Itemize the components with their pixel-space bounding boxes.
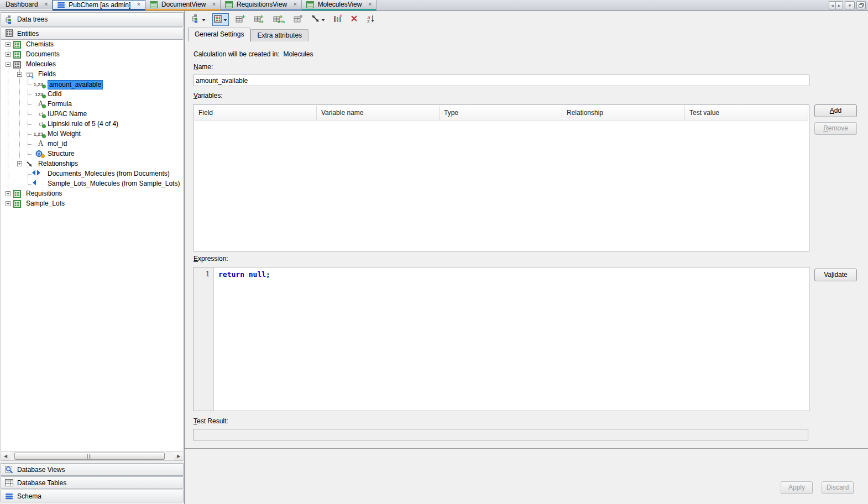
tree-item-label[interactable]: IUPAC Name (48, 109, 87, 119)
schema-editor: ++ct+a+baz General SettingsExtra attribu… (185, 11, 868, 504)
svg-text:ct: ct (259, 19, 263, 23)
tree-item-label[interactable]: Chemists (26, 40, 54, 49)
tree-guide (28, 77, 28, 155)
dropdown-caret-icon (321, 19, 325, 22)
tree-item-cdid[interactable]: 123CdId (1, 90, 183, 99)
tree-item-iupac-name[interactable]: ctIUPAC Name (1, 109, 183, 119)
tree-item-label[interactable]: amount_available (48, 80, 103, 90)
tree-item-documents-molecules-from-documents[interactable]: Documents_Molecules (from Documents) (1, 169, 183, 179)
remove-variable-button[interactable]: Remove (814, 122, 857, 135)
data-trees-panel-header[interactable]: Data trees (1, 12, 184, 27)
tree-item-formula[interactable]: AFormula (1, 99, 183, 109)
tree-item-chemists[interactable]: Chemists (1, 40, 183, 50)
tree-item-amount-available[interactable]: 1,23amount_available (1, 80, 183, 90)
window-tab-moleculesview[interactable]: MoleculesView✕ (302, 0, 377, 11)
tree-item-fields[interactable]: FFields (1, 70, 183, 80)
name-input[interactable] (193, 75, 809, 86)
new-data-tree-icon (4, 15, 14, 24)
column-header-field[interactable]: Field (194, 106, 317, 120)
tab-close-icon[interactable]: ✕ (212, 2, 216, 7)
scroll-tabs-left-button[interactable]: ◂ (829, 1, 836, 9)
tree-expander-collapsed[interactable] (6, 42, 11, 47)
scrollbar-thumb[interactable] (14, 453, 165, 460)
tree-item-label[interactable]: CdId (48, 90, 61, 99)
tab-general-settings[interactable]: General Settings (188, 28, 250, 41)
tree-item-label[interactable]: Sample_Lots_Molecules (from Sample_Lots) (48, 179, 180, 188)
schema-title: Schema (17, 492, 41, 500)
discard-button[interactable]: Discard (822, 481, 854, 494)
expression-editor[interactable]: 1 return null; (193, 267, 809, 411)
schema-panel-header[interactable]: Schema (1, 490, 184, 502)
tree-item-label[interactable]: Mol Weight (48, 129, 81, 139)
new-relationship-button[interactable] (310, 13, 327, 26)
new-grid-view-button[interactable] (212, 13, 229, 26)
column-header-test-value[interactable]: Test value (685, 106, 808, 120)
new-calculated-field-icon: +a+b (273, 14, 285, 23)
tree-item-requisitions[interactable]: Requisitions (1, 189, 183, 199)
name-label: Name: (194, 63, 213, 71)
new-structure-entity-button[interactable]: +ct (252, 13, 266, 27)
new-calculated-field-button[interactable]: +a+b (271, 13, 287, 27)
dropdown-caret-icon (202, 19, 206, 22)
tree-item-label[interactable]: Fields (38, 70, 56, 79)
tree-item-label[interactable]: Relationships (38, 159, 78, 169)
tree-item-sample-lots-molecules-from-sample-lots[interactable]: Sample_Lots_Molecules (from Sample_Lots) (1, 179, 183, 189)
maximize-restore-button[interactable] (856, 1, 866, 9)
tree-item-label[interactable]: Structure (48, 149, 75, 159)
tree-item-label[interactable]: Lipinski rule of 5 (4 of 4) (48, 119, 118, 129)
validate-button[interactable]: Validate (814, 269, 857, 281)
database-tables-icon (5, 479, 13, 486)
tree-item-label[interactable]: Molecules (26, 60, 56, 69)
tree-item-molecules[interactable]: Molecules (1, 60, 183, 70)
tree-item-label[interactable]: Sample_Lots (26, 199, 65, 208)
tab-list-dropdown-button[interactable]: ▾ (845, 1, 855, 9)
grid-view-icon (306, 1, 314, 8)
new-data-tree-button[interactable] (189, 12, 207, 27)
column-header-relationship[interactable]: Relationship (562, 106, 685, 120)
column-header-type[interactable]: Type (440, 106, 562, 120)
sidebar: Data trees Entities ChemistsDocumentsMol… (0, 11, 185, 504)
column-header-variable-name[interactable]: Variable name (317, 106, 440, 120)
tree-item-sample-lots[interactable]: Sample_Lots (1, 199, 183, 209)
promote-entity-button[interactable] (292, 13, 305, 26)
tab-extra-attributes[interactable]: Extra attributes (250, 29, 308, 41)
window-tab-dashboard[interactable]: Dashboard✕ (0, 0, 53, 11)
tab-close-icon[interactable]: ✕ (44, 2, 49, 7)
tree-item-documents[interactable]: Documents (1, 50, 183, 60)
tab-close-icon[interactable]: ✕ (137, 2, 141, 7)
sort-button[interactable]: az (364, 13, 377, 27)
scrollbar-left-arrow[interactable]: ◀ (1, 452, 10, 460)
tree-item-mol-weight[interactable]: 1,23Mol Weight (1, 129, 183, 139)
tree-item-label[interactable]: Documents_Molecules (from Documents) (48, 169, 170, 179)
window-tab-requisitionsview[interactable]: RequisitionsView✕ (221, 0, 302, 11)
scrollbar-right-arrow[interactable]: ▶ (174, 452, 183, 460)
scroll-tabs-right-button[interactable]: ▸ (836, 1, 843, 9)
add-variable-button[interactable]: Add (814, 104, 857, 117)
window-tab-label: RequisitionsView (236, 1, 288, 8)
created-in-value: Molecules (283, 50, 313, 58)
entities-panel-header[interactable]: Entities (1, 28, 184, 40)
tree-item-lipinski-rule-of-5-4-of-4[interactable]: ctLipinski rule of 5 (4 of 4) (1, 119, 183, 129)
tab-close-icon[interactable]: ✕ (368, 2, 372, 7)
entity-icon (13, 190, 21, 200)
apply-button[interactable]: Apply (781, 481, 813, 494)
tab-close-icon[interactable]: ✕ (293, 2, 297, 7)
tree-item-mol-id[interactable]: Amol_id (1, 139, 183, 149)
database-views-panel-header[interactable]: Database Views (1, 463, 184, 476)
database-tables-panel-header[interactable]: Database Tables (1, 476, 184, 489)
test-result-field (193, 429, 808, 440)
tree-item-relationships[interactable]: Relationships (1, 159, 183, 169)
data-trees-icon (4, 15, 14, 24)
tree-item-label[interactable]: Requisitions (26, 189, 62, 198)
tree-item-label[interactable]: Documents (26, 50, 60, 59)
tree-item-label[interactable]: Formula (48, 99, 72, 109)
tree-item-structure[interactable]: Structure (1, 149, 183, 159)
new-entity-button[interactable]: + (234, 13, 247, 27)
window-tab-pubchem-as-admin[interactable]: PubChem [as admin]✕ (53, 0, 145, 11)
text-field-icon: A (38, 140, 43, 148)
window-tab-documentview[interactable]: DocumentView✕ (145, 0, 221, 11)
tree-item-label[interactable]: mol_id (48, 139, 67, 149)
tree-horizontal-scrollbar[interactable]: ◀ ▶ (1, 452, 184, 461)
new-form-view-button[interactable] (332, 13, 344, 26)
delete-button[interactable] (349, 13, 359, 25)
